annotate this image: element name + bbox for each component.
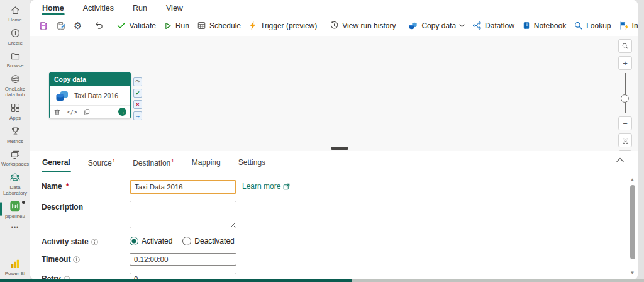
schedule-button[interactable]: Schedule: [193, 19, 245, 32]
retry-label: Retry: [42, 274, 61, 279]
sidebar-item-label: Power BI: [5, 271, 25, 277]
scrollbar-thumb[interactable]: [630, 185, 635, 259]
copy-data-label: Copy data: [421, 21, 456, 30]
radio-unselected-icon: [182, 237, 191, 245]
history-clock-icon: [330, 21, 339, 30]
canvas-search-button[interactable]: [618, 39, 632, 53]
duplicate-activity-icon[interactable]: [83, 108, 91, 116]
lookup-button[interactable]: Lookup: [570, 19, 614, 32]
tab-destination[interactable]: Destination1: [132, 158, 175, 172]
properties-tab-bar: General Source1 Destination1 Mapping Set…: [30, 152, 638, 172]
name-input[interactable]: [131, 181, 235, 193]
on-fail-connector[interactable]: ×: [133, 100, 142, 109]
validate-button[interactable]: Validate: [113, 19, 159, 32]
on-skip-connector[interactable]: ↷: [133, 77, 142, 86]
zoom-out-button[interactable]: −: [618, 116, 632, 130]
tab-label: Source: [88, 159, 112, 167]
folder-icon: [9, 50, 21, 62]
tab-activities[interactable]: Activities: [82, 0, 115, 16]
sidebar-item-home[interactable]: Home: [0, 4, 30, 23]
copy-data-activity-icon: [55, 89, 70, 103]
tab-general[interactable]: General: [42, 158, 71, 172]
delete-activity-icon[interactable]: [53, 108, 61, 116]
sidebar-item-pipeline2[interactable]: pipeline2: [0, 201, 30, 220]
left-nav-rail: Home Create Browse OneLake data hub Apps: [0, 0, 30, 279]
save-button[interactable]: [35, 19, 52, 33]
trigger-preview-button[interactable]: Trigger (preview): [245, 19, 321, 32]
timeout-input[interactable]: [130, 253, 236, 266]
create-icon: [9, 28, 21, 39]
tab-mapping[interactable]: Mapping: [191, 158, 221, 172]
activity-navigate-icon[interactable]: →: [118, 108, 126, 116]
save-as-button[interactable]: [52, 19, 70, 33]
zoom-slider[interactable]: [618, 73, 632, 113]
activated-radio-option[interactable]: Activated: [130, 237, 172, 245]
home-icon: [9, 4, 21, 16]
zoom-in-button[interactable]: +: [618, 56, 632, 70]
auto-align-button[interactable]: [618, 150, 632, 151]
zoom-slider-track: [625, 73, 626, 113]
sidebar-item-workspaces[interactable]: Workspaces: [0, 149, 30, 167]
description-label-wrap: Description: [42, 201, 130, 212]
sidebar-item-apps[interactable]: Apps: [0, 103, 30, 121]
description-textarea[interactable]: [130, 201, 236, 228]
panel-resize-handle[interactable]: [331, 147, 348, 150]
invoke-pipeline-button[interactable]: Invoke Pipeline (Preview): [615, 19, 638, 32]
lookup-label: Lookup: [586, 21, 611, 30]
view-run-history-label: View run history: [342, 21, 396, 30]
scroll-down-arrow[interactable]: ▼: [628, 269, 636, 277]
schedule-calendar-icon: [197, 21, 206, 30]
sidebar-item-create[interactable]: Create: [0, 28, 30, 47]
copy-data-activity-card[interactable]: Copy data Taxi Data 2016 </>: [49, 72, 131, 118]
notebook-button[interactable]: Notebook: [518, 19, 570, 32]
tab-label: Settings: [238, 158, 265, 167]
tab-run[interactable]: Run: [131, 0, 148, 16]
tab-view[interactable]: View: [165, 0, 184, 16]
save-as-icon: [56, 21, 66, 31]
activity-card-header: Copy data: [50, 73, 130, 86]
invoke-pipeline-icon: [619, 21, 629, 30]
on-success-connector[interactable]: ✓: [133, 89, 142, 98]
zoom-slider-handle[interactable]: [621, 94, 629, 103]
save-icon: [38, 21, 48, 31]
panel-scrollbar[interactable]: ▲ ▼: [628, 176, 636, 277]
tab-home[interactable]: Home: [41, 0, 65, 16]
sidebar-more-button[interactable]: •••: [0, 224, 30, 230]
fit-to-screen-button[interactable]: [618, 133, 632, 147]
tab-source[interactable]: Source1: [87, 158, 116, 172]
scroll-up-arrow[interactable]: ▲: [628, 176, 636, 184]
settings-button[interactable]: ⚙: [70, 19, 86, 32]
info-icon[interactable]: [73, 256, 80, 263]
activity-state-label: Activity state: [42, 237, 89, 246]
activity-state-radios: Activated Deactivated: [130, 235, 235, 245]
sidebar-item-onelake-data-hub[interactable]: OneLake data hub: [0, 74, 30, 98]
code-view-icon[interactable]: </>: [67, 109, 77, 115]
dataflow-button[interactable]: Dataflow: [469, 19, 518, 32]
lookup-magnifier-icon: [574, 21, 583, 30]
power-bi-logo: [9, 258, 21, 269]
radio-selected-icon: [130, 237, 138, 245]
error-badge: 1: [113, 158, 115, 164]
retry-input[interactable]: [130, 273, 236, 279]
tab-settings[interactable]: Settings: [238, 158, 266, 172]
sidebar-item-label: Browse: [7, 63, 24, 69]
notebook-label: Notebook: [534, 21, 566, 30]
sidebar-item-metrics[interactable]: Metrics: [0, 126, 30, 145]
deactivated-radio-option[interactable]: Deactivated: [182, 237, 234, 245]
sidebar-item-power-bi[interactable]: Power BI: [0, 258, 30, 277]
copy-data-split-button[interactable]: Copy data: [404, 19, 469, 33]
sidebar-item-data-laboratory[interactable]: Data Laboratory: [0, 172, 30, 196]
view-run-history-button[interactable]: View run history: [326, 19, 399, 32]
error-badge: 1: [171, 158, 174, 164]
learn-more-link[interactable]: Learn more: [242, 180, 290, 191]
info-icon[interactable]: [91, 239, 98, 245]
sidebar-item-label: Home: [8, 17, 21, 23]
ribbon-toolbar: ⚙ Validate Run: [30, 16, 638, 35]
run-button[interactable]: Run: [160, 20, 193, 32]
undo-button[interactable]: [91, 19, 108, 32]
on-completion-connector[interactable]: →: [133, 111, 142, 120]
activity-properties-panel: General Source1 Destination1 Mapping Set…: [30, 152, 638, 279]
sidebar-item-browse[interactable]: Browse: [0, 50, 30, 69]
pipeline-canvas[interactable]: Copy data Taxi Data 2016 </>: [30, 36, 638, 151]
collapse-panel-button[interactable]: [616, 157, 624, 162]
